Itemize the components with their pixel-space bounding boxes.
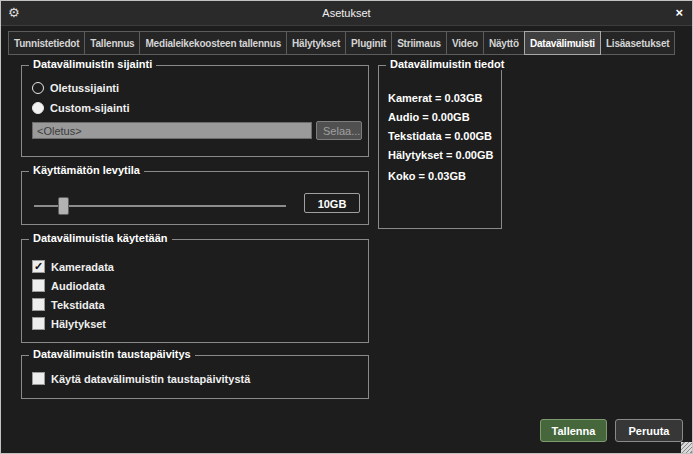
radio-custom-location[interactable] [32, 102, 44, 114]
info-line-koko: Koko = 0.03GB [388, 170, 495, 183]
checkbox-label: Hälytykset [51, 318, 106, 330]
tab-halytykset[interactable]: Hälytykset [286, 31, 346, 55]
cache-info-body: Kamerat = 0.03GB Audio = 0.00GB Tekstida… [379, 66, 501, 183]
radio-label: Oletussijainti [50, 82, 119, 94]
checkbox-audiodata[interactable] [32, 279, 45, 292]
resize-grip[interactable] [681, 442, 692, 453]
browse-button[interactable]: Selaa... [316, 121, 362, 140]
checkbox-label: Audiodata [51, 280, 105, 292]
close-icon[interactable]: × [675, 1, 683, 25]
group-background-update: Datavälimuistin taustapäivitys Käytä dat… [21, 355, 369, 399]
info-line-halytykset: Hälytykset = 0.00GB [388, 149, 495, 162]
checkbox-row-background-update: Käytä datavälimuistin taustapäivitystä [32, 372, 250, 385]
window-title: Asetukset [1, 7, 692, 19]
checkbox-tekstidata[interactable] [32, 298, 45, 311]
tab-lisaasetukset[interactable]: Lisäasetukset [600, 31, 676, 55]
group-title: Käyttämätön levytila [29, 164, 144, 176]
tab-medialeikekoosteen-tallennus[interactable]: Medialeikekoosteen tallennus [139, 31, 287, 55]
info-line-kamerat: Kamerat = 0.03GB [388, 92, 495, 105]
tab-video[interactable]: Video [446, 31, 484, 55]
cancel-button[interactable]: Peruuta [615, 419, 683, 442]
checkbox-label: Tekstidata [51, 299, 105, 311]
checkbox-background-update[interactable] [32, 372, 45, 385]
slider-track[interactable] [34, 205, 286, 207]
checkbox-row-halytykset: Hälytykset [32, 317, 106, 330]
settings-window: ⚙ Asetukset × Tunnistetiedot Tallennus M… [0, 0, 693, 454]
checkbox-row-tekstidata: Tekstidata [32, 298, 105, 311]
info-line-tekstidata: Tekstidata = 0.00GB [388, 130, 495, 143]
group-title: Datavälimuistia käytetään [29, 232, 172, 244]
disk-space-value: 10GB [304, 193, 360, 213]
group-cache-location: Datavälimuistin sijainti Oletussijainti … [21, 65, 369, 157]
radio-default-location[interactable] [32, 82, 44, 94]
group-title: Datavälimuistin taustapäivitys [29, 348, 195, 360]
checkbox-label: Kameradata [51, 261, 114, 273]
titlebar: ⚙ Asetukset × [1, 1, 692, 26]
group-cache-usage: Datavälimuistia käytetään Kameradata Aud… [21, 239, 369, 343]
radio-row-custom: Custom-sijainti [32, 102, 129, 114]
tab-bar: Tunnistetiedot Tallennus Medialeikekoost… [8, 31, 675, 55]
tab-striimaus[interactable]: Striimaus [391, 31, 447, 55]
checkbox-halytykset[interactable] [32, 317, 45, 330]
save-button[interactable]: Tallenna [540, 419, 607, 442]
checkbox-row-kameradata: Kameradata [32, 260, 114, 273]
radio-row-default: Oletussijainti [32, 82, 119, 94]
tab-tallennus[interactable]: Tallennus [84, 31, 140, 55]
cache-path-input[interactable] [32, 122, 312, 139]
tab-datavalimuisti[interactable]: Datavälimuisti [524, 31, 601, 55]
group-cache-info: Datavälimuistin tiedot Kamerat = 0.03GB … [378, 65, 502, 229]
checkbox-kameradata[interactable] [32, 260, 45, 273]
group-title: Datavälimuistin tiedot [386, 58, 508, 70]
tab-tunnistetiedot[interactable]: Tunnistetiedot [8, 31, 85, 55]
checkbox-row-audiodata: Audiodata [32, 279, 105, 292]
group-title: Datavälimuistin sijainti [29, 58, 156, 70]
checkbox-label: Käytä datavälimuistin taustapäivitystä [51, 373, 250, 385]
slider-thumb[interactable] [58, 197, 69, 215]
radio-label: Custom-sijainti [50, 102, 129, 114]
info-line-audio: Audio = 0.00GB [388, 111, 495, 124]
group-unused-disk-space: Käyttämätön levytila 10GB [21, 171, 369, 225]
tab-pluginit[interactable]: Pluginit [345, 31, 392, 55]
tab-naytto[interactable]: Näyttö [483, 31, 525, 55]
